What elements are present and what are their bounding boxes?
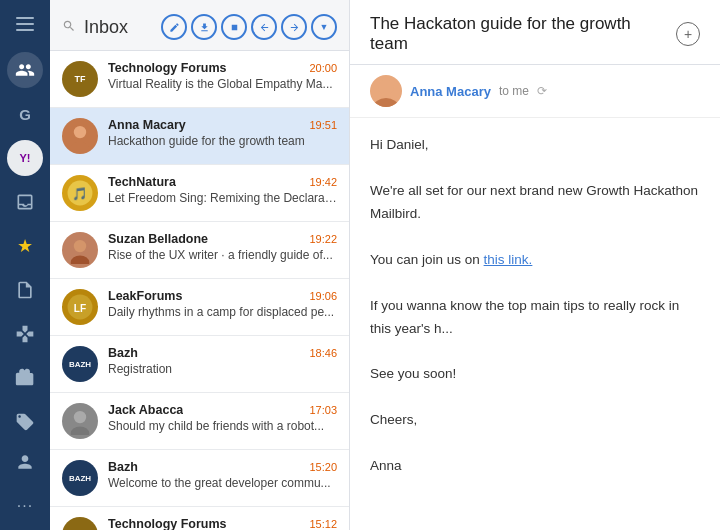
forward-button[interactable] bbox=[281, 14, 307, 40]
reading-pane-body: Hi Daniel, We're all set for our next br… bbox=[350, 118, 720, 530]
email-sender: TechNatura bbox=[108, 175, 176, 189]
sidebar-icon-inbox[interactable] bbox=[7, 184, 43, 220]
email-time: 19:42 bbox=[309, 176, 337, 188]
email-time: 20:00 bbox=[309, 62, 337, 74]
download-button[interactable] bbox=[191, 14, 217, 40]
email-subject: Rise of the UX writer · a friendly guide… bbox=[108, 248, 337, 262]
sender-name: Anna Macary bbox=[410, 84, 491, 99]
body-signature: Anna bbox=[370, 455, 700, 478]
avatar: 🎵 bbox=[62, 175, 98, 211]
sidebar-icon-document[interactable] bbox=[7, 272, 43, 308]
reply-icon: ⟳ bbox=[537, 84, 547, 98]
email-sender: Jack Abacca bbox=[108, 403, 183, 417]
svg-point-9 bbox=[71, 426, 90, 435]
recipient-label: to me bbox=[499, 84, 529, 98]
svg-point-5 bbox=[71, 255, 90, 264]
avatar bbox=[62, 118, 98, 154]
email-sender: Technology Forums bbox=[108, 517, 227, 530]
avatar: LF bbox=[62, 289, 98, 325]
reading-pane: The Hackaton guide for the growth team +… bbox=[350, 0, 720, 530]
sidebar-icon-yahoo[interactable]: Y! bbox=[7, 140, 43, 176]
sender-avatar bbox=[370, 75, 402, 107]
body-line-3: If you wanna know the top main tips to r… bbox=[370, 295, 700, 341]
email-subject: Welcome to the great developer commu... bbox=[108, 476, 337, 490]
avatar: BAZH bbox=[62, 460, 98, 496]
join-link[interactable]: this link. bbox=[484, 252, 533, 267]
svg-point-0 bbox=[74, 126, 86, 138]
email-sender: Technology Forums bbox=[108, 61, 227, 75]
email-item-6[interactable]: BAZH Bazh 18:46 Registration bbox=[50, 336, 349, 393]
body-line-2: You can join us on this link. bbox=[370, 249, 700, 272]
add-to-folder-button[interactable]: + bbox=[676, 22, 700, 46]
email-time: 19:51 bbox=[309, 119, 337, 131]
email-list: TF Technology Forums 20:00 Virtual Reali… bbox=[50, 51, 349, 530]
email-detail-title: The Hackaton guide for the growth team bbox=[370, 14, 666, 54]
email-sender: Bazh bbox=[108, 346, 138, 360]
email-sender: LeakForums bbox=[108, 289, 182, 303]
inbox-title: Inbox bbox=[84, 17, 153, 38]
sidebar-icon-person[interactable]: G bbox=[7, 96, 43, 132]
body-see-you: See you soon! bbox=[370, 363, 700, 386]
body-line-1: We're all set for our next brand new Gro… bbox=[370, 180, 700, 226]
back-button[interactable] bbox=[251, 14, 277, 40]
email-subject: Should my child be friends with a robot.… bbox=[108, 419, 337, 433]
email-sender: Anna Macary bbox=[108, 118, 186, 132]
svg-point-4 bbox=[74, 240, 86, 252]
email-item-9[interactable]: TF Technology Forums 15:12 Learning in V… bbox=[50, 507, 349, 530]
sidebar-icon-game[interactable] bbox=[7, 316, 43, 352]
avatar: TF bbox=[62, 61, 98, 97]
email-item-5[interactable]: LF LeakForums 19:06 Daily rhythms in a c… bbox=[50, 279, 349, 336]
toolbar-icons: ▼ bbox=[161, 14, 337, 40]
email-subject: Virtual Reality is the Global Empathy Ma… bbox=[108, 77, 337, 91]
avatar: TF bbox=[62, 517, 98, 530]
sidebar: G Y! ★ bbox=[0, 0, 50, 530]
reading-pane-meta: Anna Macary to me ⟳ bbox=[350, 65, 720, 118]
email-sender: Bazh bbox=[108, 460, 138, 474]
email-time: 19:22 bbox=[309, 233, 337, 245]
email-subject: Let Freedom Sing: Remixing the Declarati… bbox=[108, 191, 337, 205]
search-icon bbox=[62, 19, 76, 36]
main-content: Inbox bbox=[50, 0, 720, 530]
svg-point-1 bbox=[71, 141, 90, 150]
svg-point-8 bbox=[74, 411, 86, 423]
sidebar-icon-box[interactable] bbox=[7, 360, 43, 396]
stop-button[interactable] bbox=[221, 14, 247, 40]
email-time: 19:06 bbox=[309, 290, 337, 302]
reading-pane-header: The Hackaton guide for the growth team + bbox=[350, 0, 720, 65]
body-greeting: Hi Daniel, bbox=[370, 134, 700, 157]
email-item-1[interactable]: TF Technology Forums 20:00 Virtual Reali… bbox=[50, 51, 349, 108]
email-time: 18:46 bbox=[309, 347, 337, 359]
hamburger-menu[interactable] bbox=[7, 8, 43, 40]
email-item-2[interactable]: Anna Macary 19:51 Hackathon guide for th… bbox=[50, 108, 349, 165]
sidebar-icon-people[interactable] bbox=[7, 52, 43, 88]
svg-text:LF: LF bbox=[74, 303, 86, 314]
more-button[interactable]: ▼ bbox=[311, 14, 337, 40]
sidebar-icon-contact[interactable] bbox=[7, 444, 43, 480]
email-item-8[interactable]: BAZH Bazh 15:20 Welcome to the great dev… bbox=[50, 450, 349, 507]
svg-point-13 bbox=[374, 98, 399, 107]
email-sender: Suzan Belladone bbox=[108, 232, 208, 246]
email-list-panel: Inbox bbox=[50, 0, 350, 530]
email-item-7[interactable]: Jack Abacca 17:03 Should my child be fri… bbox=[50, 393, 349, 450]
email-time: 15:20 bbox=[309, 461, 337, 473]
sidebar-icon-tag[interactable] bbox=[7, 404, 43, 440]
body-cheers: Cheers, bbox=[370, 409, 700, 432]
email-time: 17:03 bbox=[309, 404, 337, 416]
svg-point-12 bbox=[378, 79, 394, 95]
email-item-4[interactable]: Suzan Belladone 19:22 Rise of the UX wri… bbox=[50, 222, 349, 279]
compose-button[interactable] bbox=[161, 14, 187, 40]
sidebar-icon-more[interactable]: ··· bbox=[7, 488, 43, 524]
avatar bbox=[62, 403, 98, 439]
sidebar-icon-star[interactable]: ★ bbox=[7, 228, 43, 264]
email-subject: Hackathon guide for the growth team bbox=[108, 134, 337, 148]
avatar bbox=[62, 232, 98, 268]
email-item-3[interactable]: 🎵 TechNatura 19:42 Let Freedom Sing: Rem… bbox=[50, 165, 349, 222]
email-subject: Registration bbox=[108, 362, 337, 376]
svg-text:🎵: 🎵 bbox=[72, 186, 88, 202]
email-subject: Daily rhythms in a camp for displaced pe… bbox=[108, 305, 337, 319]
email-time: 15:12 bbox=[309, 518, 337, 530]
email-list-header: Inbox bbox=[50, 0, 349, 51]
avatar: BAZH bbox=[62, 346, 98, 382]
